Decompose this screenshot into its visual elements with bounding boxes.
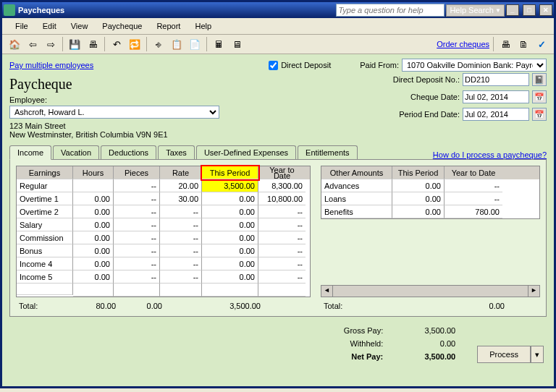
home-icon[interactable]: 🏠 — [7, 36, 22, 52]
table-row[interactable]: Overtime 10.00--30.000.0010,800.00 — [17, 192, 310, 205]
other-header: Other Amounts This Period Year to Date — [321, 166, 539, 179]
menu-view[interactable]: View — [64, 20, 96, 32]
cheque-date-input[interactable] — [463, 90, 529, 103]
recalc-icon[interactable]: 🖩 — [211, 36, 227, 52]
table-row[interactable]: Salary0.00----0.00-- — [17, 218, 310, 231]
cheque-date-calendar-icon[interactable]: 📅 — [532, 90, 547, 103]
menu-help[interactable]: Help — [188, 20, 219, 32]
employee-select[interactable]: Ashcroft, Howard L. — [9, 106, 219, 119]
table-row[interactable]: Overtime 20.00----0.00-- — [17, 205, 310, 218]
dd-no-label: Direct Deposit No.: — [380, 75, 460, 84]
save-print-icon[interactable]: 🖶 — [85, 36, 101, 52]
app-icon — [4, 4, 15, 16]
process-button[interactable]: Process — [477, 346, 531, 363]
table-row[interactable]: Advances0.00-- — [321, 179, 539, 192]
back-icon[interactable]: ⇦ — [25, 36, 41, 52]
restore-button[interactable]: □ — [523, 4, 536, 16]
tab-entitlements[interactable]: Entitlements — [298, 145, 358, 159]
employee-address-line1: 123 Main Street — [9, 122, 241, 130]
period-end-input[interactable] — [463, 108, 529, 121]
employee-address-line2: New Westminster, British Columbia V9N 9E… — [9, 130, 241, 139]
scroll-left-icon[interactable]: ◄ — [321, 285, 333, 297]
paste-icon[interactable]: 📄 — [187, 36, 203, 52]
gross-pay-value: 3,500.00 — [405, 324, 455, 337]
enter-icon[interactable]: ⎆ — [151, 36, 167, 52]
table-row[interactable]: Income 40.00----0.00-- — [17, 257, 310, 270]
withheld-label: Withheld: — [344, 337, 383, 350]
undo-icon[interactable]: ↶ — [109, 36, 125, 52]
window-title: Paycheques — [18, 6, 336, 14]
print-preview-icon[interactable]: 🗎 — [515, 36, 531, 52]
order-cheques-link[interactable]: Order cheques — [437, 40, 489, 48]
withheld-value: 0.00 — [405, 337, 455, 350]
table-row[interactable]: Regular--20.003,500.008,300.00 — [17, 179, 310, 192]
menu-edit[interactable]: Edit — [35, 20, 64, 32]
period-end-label: Period End Date: — [380, 110, 460, 119]
toolbar: 🏠 ⇦ ⇨ 💾 🖶 ↶ 🔁 ⎆ 📋 📄 🖩 🖥 Order cheques 🖶 … — [2, 35, 554, 54]
direct-deposit-checkbox[interactable]: Direct Deposit — [269, 61, 331, 70]
menu-file[interactable]: File — [8, 20, 35, 32]
earnings-total-row: Total: 80.00 0.00 3,500.00 — [16, 302, 311, 310]
post-icon[interactable]: ✓ — [534, 36, 549, 52]
table-row[interactable]: Bonus0.00----0.00-- — [17, 244, 310, 257]
menu-paycheque[interactable]: Paycheque — [95, 20, 149, 32]
employee-label: Employee: — [9, 95, 241, 104]
tab-user-defined[interactable]: User-Defined Expenses — [196, 145, 296, 159]
tab-taxes[interactable]: Taxes — [158, 145, 195, 159]
paid-from-select[interactable]: 1070 Oakville Dominion Bank: Payroll — [402, 59, 547, 72]
paid-from-label: Paid From: — [360, 61, 399, 69]
net-pay-label: Net Pay: — [344, 350, 383, 363]
table-row[interactable]: Benefits0.00780.00 — [321, 205, 539, 218]
earnings-header: Earnings Hours Pieces Rate This Period Y… — [17, 166, 310, 179]
cheque-date-label: Cheque Date: — [380, 93, 460, 101]
other-amounts-table: Other Amounts This Period Year to Date A… — [321, 166, 540, 219]
help-question-input[interactable] — [336, 4, 445, 17]
title-bar: Paycheques Help Search▼ _ □ ✕ — [2, 2, 554, 18]
gross-pay-label: Gross Pay: — [344, 324, 383, 337]
net-pay-value: 3,500.00 — [405, 350, 455, 363]
tab-income[interactable]: Income — [9, 145, 51, 160]
pay-multiple-link[interactable]: Pay multiple employees — [9, 61, 93, 69]
menu-bar: File Edit View Paycheque Report Help — [2, 18, 554, 35]
print-icon[interactable]: 🖶 — [497, 36, 513, 52]
help-search-button[interactable]: Help Search▼ — [446, 4, 504, 17]
table-row[interactable]: Commission0.00----0.00-- — [17, 231, 310, 244]
table-row[interactable]: Income 50.00----0.00-- — [17, 270, 310, 284]
dd-no-journal-icon[interactable]: 📓 — [532, 73, 547, 86]
earnings-table: Earnings Hours Pieces Rate This Period Y… — [16, 166, 311, 297]
scroll-right-icon[interactable]: ► — [528, 285, 540, 297]
minimize-button[interactable]: _ — [506, 4, 519, 16]
table-row[interactable]: Loans0.00-- — [321, 192, 539, 205]
income-panel: Earnings Hours Pieces Rate This Period Y… — [9, 159, 547, 317]
forward-icon[interactable]: ⇨ — [43, 36, 59, 52]
tab-deductions[interactable]: Deductions — [101, 145, 156, 159]
help-process-link[interactable]: How do I process a paycheque? — [433, 150, 547, 159]
menu-report[interactable]: Report — [149, 20, 188, 32]
process-dropdown-button[interactable]: ▾ — [531, 346, 544, 363]
other-scrollbar[interactable]: ◄ ► — [321, 285, 540, 297]
windows-calc-icon[interactable]: 🖥 — [229, 36, 245, 52]
save-icon[interactable]: 💾 — [67, 36, 83, 52]
close-button[interactable]: ✕ — [539, 4, 552, 16]
page-title: Paycheque — [9, 76, 241, 93]
tab-vacation[interactable]: Vacation — [53, 145, 99, 159]
period-end-calendar-icon[interactable]: 📅 — [532, 108, 547, 121]
dd-no-input[interactable] — [463, 73, 529, 86]
other-total-row: Total: 0.00 — [321, 302, 540, 310]
recurring-icon[interactable]: 🔁 — [127, 36, 143, 52]
copy-icon[interactable]: 📋 — [169, 36, 185, 52]
